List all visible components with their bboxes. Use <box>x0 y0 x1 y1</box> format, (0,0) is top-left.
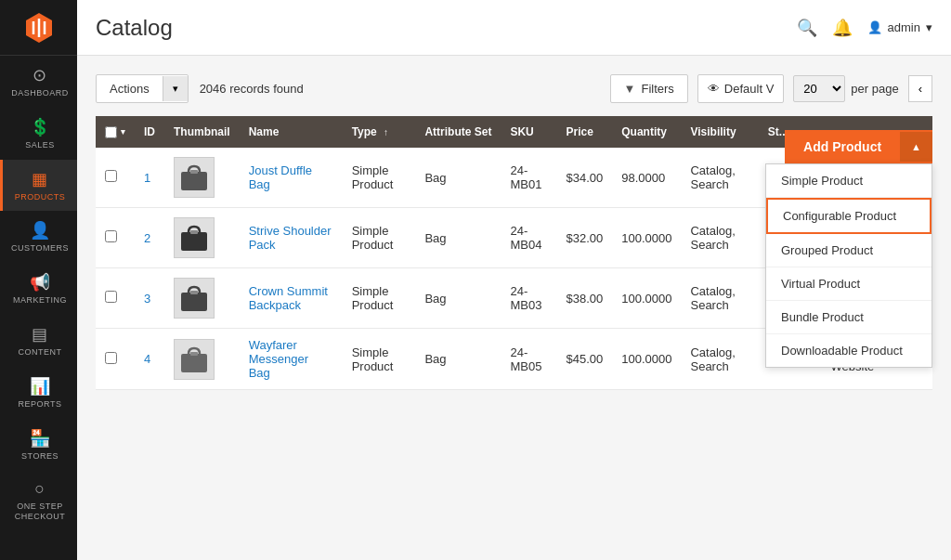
product-name-link[interactable]: Crown Summit Backpack <box>249 284 328 312</box>
row-sku: 24-MB05 <box>501 329 556 390</box>
product-thumbnail-image <box>174 339 215 380</box>
header-type[interactable]: Type ↑ <box>343 116 416 148</box>
row-price: $34.00 <box>556 148 612 208</box>
notification-icon[interactable]: 🔔 <box>832 18 853 38</box>
reports-icon: 📊 <box>30 376 51 397</box>
header-price: Price <box>556 116 612 148</box>
dropdown-configurable-product[interactable]: Configurable Product <box>766 198 931 234</box>
actions-arrow-icon[interactable]: ▾ <box>163 76 188 101</box>
add-product-dropdown: Simple Product Configurable Product Grou… <box>765 163 932 368</box>
sidebar-item-label: ONE STEP CHECKOUT <box>7 501 73 522</box>
svg-rect-7 <box>190 352 198 356</box>
row-quantity: 100.0000 <box>612 208 681 268</box>
sales-icon: 💲 <box>30 117 51 137</box>
product-name-link[interactable]: Strive Shoulder Pack <box>249 224 332 252</box>
row-id[interactable]: 2 <box>135 208 164 268</box>
row-type: Simple Product <box>343 208 416 268</box>
row-type: Simple Product <box>343 268 416 329</box>
row-attribute-set: Bag <box>415 329 501 390</box>
add-product-arrow-icon[interactable]: ▲ <box>900 132 932 162</box>
row-attribute-set: Bag <box>415 148 501 208</box>
top-bar: Catalog 🔍 🔔 👤 admin ▾ <box>77 0 951 56</box>
row-attribute-set: Bag <box>415 208 501 268</box>
sidebar-item-reports[interactable]: 📊 REPORTS <box>0 367 77 419</box>
svg-rect-0 <box>181 172 207 190</box>
per-page-label: per page <box>851 82 898 96</box>
product-name-link[interactable]: Wayfarer Messenger Bag <box>249 338 308 380</box>
per-page-dropdown[interactable]: 20 30 50 100 200 <box>793 75 845 102</box>
row-checkbox[interactable] <box>105 291 117 303</box>
row-checkbox-cell <box>96 268 135 329</box>
marketing-icon: 📢 <box>30 272 51 293</box>
row-price: $32.00 <box>556 208 612 268</box>
sidebar-item-label: SALES <box>25 140 55 150</box>
products-icon: ▦ <box>32 169 48 189</box>
sidebar-item-content[interactable]: ▤ CONTENT <box>0 315 77 367</box>
sidebar-item-stores[interactable]: 🏪 STORES <box>0 419 77 471</box>
dropdown-virtual-product[interactable]: Virtual Product <box>766 267 931 301</box>
dashboard-icon: ⊙ <box>33 65 47 85</box>
admin-menu[interactable]: 👤 admin ▾ <box>867 20 932 34</box>
sidebar-item-products[interactable]: ▦ PRODUCTS <box>0 160 77 212</box>
filters-button[interactable]: ▼ Filters <box>610 74 688 103</box>
row-quantity: 100.0000 <box>612 268 681 329</box>
view-button[interactable]: 👁 Default V <box>697 74 784 103</box>
header-name: Name <box>240 116 343 148</box>
row-price: $45.00 <box>556 329 612 390</box>
search-icon[interactable]: 🔍 <box>797 18 817 38</box>
records-count: 2046 records found <box>200 82 304 96</box>
row-name[interactable]: Joust Duffle Bag <box>240 148 343 208</box>
actions-label: Actions <box>97 75 163 102</box>
dropdown-downloadable-product[interactable]: Downloadable Product <box>766 334 931 367</box>
filter-icon: ▼ <box>624 82 636 96</box>
prev-page-button[interactable]: ‹ <box>908 75 932 102</box>
top-bar-right: 🔍 🔔 👤 admin ▾ <box>797 18 932 38</box>
sidebar-item-label: DASHBOARD <box>11 88 69 98</box>
row-attribute-set: Bag <box>415 268 501 329</box>
sidebar-item-marketing[interactable]: 📢 MARKETING <box>0 263 77 315</box>
row-checkbox-cell <box>96 208 135 268</box>
svg-rect-5 <box>190 291 198 294</box>
row-visibility: Catalog, Search <box>681 208 758 268</box>
product-name-link[interactable]: Joust Duffle Bag <box>249 163 312 191</box>
row-checkbox-cell <box>96 148 135 208</box>
row-name[interactable]: Crown Summit Backpack <box>240 268 343 329</box>
svg-rect-3 <box>190 230 198 234</box>
sidebar-logo <box>0 0 77 56</box>
sidebar-item-dashboard[interactable]: ⊙ DASHBOARD <box>0 56 77 108</box>
add-product-label: Add Product <box>785 130 900 163</box>
row-quantity: 100.0000 <box>612 329 681 390</box>
magento-logo-icon <box>22 11 56 45</box>
row-sku: 24-MB03 <box>501 268 556 329</box>
dropdown-grouped-product[interactable]: Grouped Product <box>766 234 931 267</box>
sidebar-item-label: PRODUCTS <box>15 192 66 202</box>
row-name[interactable]: Wayfarer Messenger Bag <box>240 329 343 390</box>
toolbar-left: Actions ▾ 2046 records found <box>96 74 304 103</box>
header-quantity: Quantity <box>612 116 681 148</box>
dropdown-simple-product[interactable]: Simple Product <box>766 164 931 198</box>
sidebar-item-sales[interactable]: 💲 SALES <box>0 108 77 160</box>
actions-dropdown[interactable]: Actions ▾ <box>96 74 189 103</box>
row-checkbox[interactable] <box>105 170 117 182</box>
row-id[interactable]: 3 <box>135 268 164 329</box>
product-thumbnail-image <box>174 278 215 319</box>
header-attribute-set: Attribute Set <box>415 116 501 148</box>
content-area: Add Product ▲ Simple Product Configurabl… <box>77 56 951 560</box>
add-product-button[interactable]: Add Product ▲ <box>785 130 932 163</box>
row-checkbox[interactable] <box>105 352 117 364</box>
select-all-checkbox[interactable] <box>105 126 117 138</box>
row-price: $38.00 <box>556 268 612 329</box>
row-visibility: Catalog, Search <box>681 329 758 390</box>
select-all-arrow-icon[interactable]: ▾ <box>121 127 125 137</box>
add-product-container: Add Product ▲ Simple Product Configurabl… <box>785 130 932 163</box>
row-name[interactable]: Strive Shoulder Pack <box>240 208 343 268</box>
sidebar-item-customers[interactable]: 👤 CUSTOMERS <box>0 211 77 263</box>
row-id[interactable]: 4 <box>135 329 164 390</box>
sidebar-item-onestep[interactable]: ○ ONE STEP CHECKOUT <box>0 470 77 531</box>
svg-rect-2 <box>181 232 207 251</box>
sidebar: ⊙ DASHBOARD 💲 SALES ▦ PRODUCTS 👤 CUSTOME… <box>0 0 77 560</box>
dropdown-bundle-product[interactable]: Bundle Product <box>766 301 931 334</box>
row-id[interactable]: 1 <box>135 148 164 208</box>
row-checkbox[interactable] <box>105 230 117 242</box>
row-visibility: Catalog, Search <box>681 148 758 208</box>
